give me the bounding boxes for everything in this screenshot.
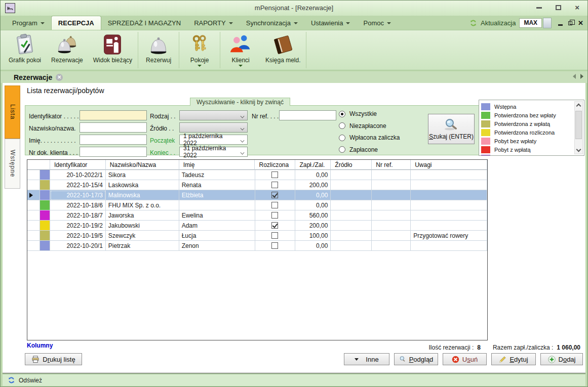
- mdi-restore-icon[interactable]: [568, 21, 572, 25]
- table-row[interactable]: 2022-10-20/1PietrzakZenon0,00: [27, 241, 487, 251]
- toolbar-button-klienci[interactable]: Klienci: [221, 30, 260, 70]
- settled-checkbox[interactable]: [271, 182, 278, 188]
- column-header-rozliczona[interactable]: Rozliczona: [255, 160, 295, 170]
- menu-item-pomoc[interactable]: Pomoc: [357, 16, 397, 30]
- scroll-up-icon[interactable]: [576, 104, 581, 109]
- settled-checkbox[interactable]: [271, 192, 278, 198]
- table-row[interactable]: 2022-10-19/5SzewczykŁucja100,00Przygotow…: [27, 231, 487, 241]
- toolbar-button-rezerwacje[interactable]: Rezerwacje: [46, 30, 88, 70]
- radio-wszystkie[interactable]: Wszystkie: [339, 110, 377, 117]
- maximize-button-icon[interactable]: [556, 5, 561, 10]
- search-button[interactable]: Szukaj (ENTER): [428, 114, 475, 144]
- preview-button[interactable]: Podgląd: [394, 353, 438, 365]
- chevron-down-icon: [346, 22, 350, 24]
- legend-color-swatch: [481, 120, 490, 127]
- delete-button[interactable]: Usuń: [443, 353, 487, 365]
- settled-checkbox[interactable]: [271, 232, 278, 239]
- settled-checkbox[interactable]: [271, 222, 278, 229]
- mdi-minimize-icon[interactable]: [558, 24, 563, 26]
- column-header-nr-ref[interactable]: Nr ref.: [372, 160, 411, 170]
- table-row[interactable]: 2022-10-19/2JakubowskiAdam200,00: [27, 221, 487, 231]
- print-list-button[interactable]: Drukuj listę: [25, 353, 82, 365]
- toolbar-button-grafik-pokoi[interactable]: Grafik pokoi: [4, 30, 46, 70]
- settled-checkbox[interactable]: [271, 202, 278, 208]
- menu-item-sprzeda-i-magazyn[interactable]: SPRZEDAŻ I MAGAZYN: [101, 16, 187, 30]
- firstname-input[interactable]: [80, 135, 147, 145]
- refresh-label[interactable]: Odśwież: [19, 377, 42, 384]
- column-header-nazwisko-nazwa[interactable]: Nazwisko/Nazwa: [106, 160, 179, 170]
- start-date-dropdown[interactable]: 1 października 2022: [179, 135, 248, 145]
- tab-rezerwacje[interactable]: Rezerwacje ✕: [5, 71, 69, 83]
- menu-item-recepcja[interactable]: RECEPCJA: [51, 16, 101, 30]
- table-row[interactable]: 2022-10-15/4LaskowskaRenata200,00: [27, 180, 487, 190]
- edit-button[interactable]: Edytuj: [491, 353, 536, 365]
- tab-scroll-left-icon[interactable]: [573, 74, 576, 79]
- menu-item-program[interactable]: Program: [6, 16, 51, 30]
- legend-item: Potwierdzona bez wpłaty: [481, 111, 556, 119]
- scroll-down-icon[interactable]: [576, 147, 581, 152]
- toolbar-button-pokoje[interactable]: Pokoje: [180, 30, 219, 70]
- columns-link[interactable]: Kolumny: [27, 342, 53, 349]
- table-row[interactable]: 2022-10-18/6FHU MIX Sp. z o.o.0,00: [27, 200, 487, 210]
- table-row[interactable]: 2022-10-17/3MalinowskaElżbieta0,00: [27, 190, 487, 200]
- cell-zapl-zal: 0,00: [295, 200, 331, 210]
- radio-button-icon[interactable]: [339, 146, 345, 153]
- radio-button-icon[interactable]: [339, 122, 345, 129]
- settled-checkbox[interactable]: [271, 171, 278, 178]
- legend-scrollbar[interactable]: [574, 101, 583, 154]
- column-header-zap-zal[interactable]: Zapł./Zal.: [295, 160, 331, 170]
- end-date-dropdown[interactable]: 31 października 2022: [179, 147, 248, 157]
- toolbar-button-widok-bie-cy[interactable]: Widok bieżący: [88, 30, 137, 70]
- column-header-uwagi[interactable]: Uwagi: [411, 160, 487, 170]
- side-tab-lista[interactable]: Lista: [5, 85, 20, 139]
- doc-number-input[interactable]: [80, 147, 147, 157]
- add-button[interactable]: Dodaj: [540, 353, 583, 365]
- menu-item-synchronizacja[interactable]: Synchronizacja: [240, 16, 304, 30]
- source-label: Źródło . .: [150, 125, 174, 132]
- column-header-r-d-o[interactable]: Źródło: [331, 160, 372, 170]
- radio-niezap-acone[interactable]: Niezapłacone: [339, 122, 386, 130]
- lastname-label: Nazwisko/nazwa.: [29, 125, 76, 132]
- identifier-input[interactable]: [80, 110, 147, 120]
- column-header-identyfikator[interactable]: Identyfikator: [50, 160, 106, 170]
- status-color-cell: [40, 190, 50, 200]
- table-row[interactable]: 20-10-2022/1SikoraTadeusz0,00: [27, 170, 487, 180]
- row-selector-cell: [27, 170, 40, 180]
- table-row[interactable]: 2022-10-18/7JaworskaEwelina560,00: [27, 210, 487, 221]
- cell-zapl-zal: 560,00: [295, 210, 331, 221]
- menu-item-ustawienia[interactable]: Ustawienia: [304, 16, 357, 30]
- minimize-button-icon[interactable]: [536, 7, 542, 9]
- tab-close-icon[interactable]: ✕: [56, 74, 63, 81]
- lastname-input[interactable]: [80, 122, 147, 133]
- cell-zapl-zal: 0,00: [295, 170, 331, 180]
- radio-button-icon[interactable]: [339, 135, 345, 141]
- menu-item-raporty[interactable]: RAPORTY: [187, 16, 240, 30]
- menu-bar: ProgramRECEPCJASPRZEDAŻ I MAGAZYNRAPORTY…: [1, 16, 587, 30]
- side-tab-wst-pne[interactable]: Wstępne: [5, 139, 20, 189]
- tab-scroll-right-icon[interactable]: [580, 74, 583, 79]
- settled-checkbox[interactable]: [271, 242, 278, 249]
- ref-number-input[interactable]: [279, 110, 336, 120]
- cell-nr-ref: [372, 190, 411, 200]
- type-dropdown[interactable]: [179, 110, 248, 120]
- window-size-segment-button[interactable]: [543, 18, 552, 28]
- other-actions-button[interactable]: Inne: [344, 353, 389, 365]
- radio-button-icon[interactable]: [339, 111, 345, 117]
- max-button[interactable]: MAX: [519, 18, 542, 28]
- update-label[interactable]: Aktualizacja: [481, 19, 516, 27]
- toolbar-button-ksi-ga-meld[interactable]: Księga meld.: [260, 30, 305, 70]
- radio-zap-acone[interactable]: Zapłacone: [339, 146, 378, 153]
- toolbar-button-rezerwuj[interactable]: Rezerwuj: [139, 30, 178, 70]
- magnifier-icon: [443, 118, 459, 132]
- cell-rozliczona: [255, 241, 296, 251]
- search-collapse-tab[interactable]: Wyszukiwanie - kliknij by zwinąć: [190, 98, 290, 106]
- settled-checkbox[interactable]: [271, 212, 278, 219]
- row-selector-cell: [27, 200, 40, 210]
- column-header-imi[interactable]: Imię: [179, 160, 255, 170]
- refresh-icon[interactable]: [8, 376, 15, 384]
- scroll-thumb[interactable]: [575, 111, 582, 139]
- mdi-close-icon[interactable]: ✕: [578, 19, 583, 27]
- source-dropdown[interactable]: [179, 122, 248, 133]
- close-button-icon[interactable]: ×: [575, 4, 579, 11]
- radio-wp-acona-zaliczka[interactable]: Wpłacona zaliczka: [339, 134, 400, 141]
